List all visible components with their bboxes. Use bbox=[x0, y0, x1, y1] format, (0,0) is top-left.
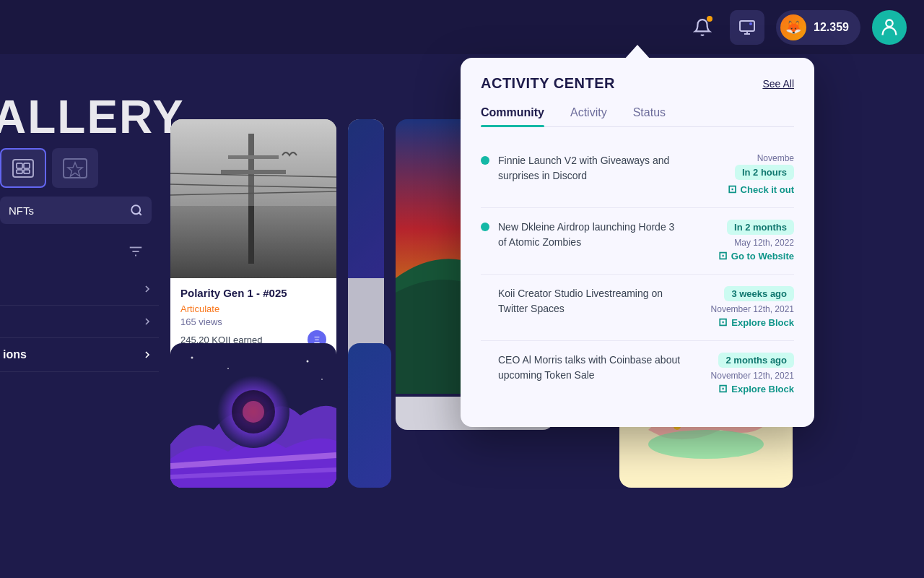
sidebar-item-2[interactable] bbox=[0, 306, 159, 338]
chevron-right-icon-2 bbox=[141, 316, 153, 327]
activity-text-1: Finnie Launch V2 with Giveaways and surp… bbox=[498, 153, 684, 184]
gallery-grid-icon bbox=[12, 158, 35, 178]
token-avatar: 🦊 bbox=[780, 14, 806, 40]
token-amount: 12.359 bbox=[814, 21, 849, 34]
card-1-creator: Articulate bbox=[180, 303, 326, 314]
activity-item-2: New Dkleine Airdrop launching Horde 3 of… bbox=[481, 208, 794, 275]
gallery-view-button[interactable] bbox=[0, 148, 46, 188]
panel-title: ACTIVITY CENTER bbox=[481, 75, 615, 92]
galaxy-card-image bbox=[170, 343, 336, 488]
message-icon bbox=[738, 19, 756, 36]
activity-center-panel: ACTIVITY CENTER See All Community Activi… bbox=[461, 58, 814, 427]
svg-rect-6 bbox=[17, 170, 22, 173]
card-1-title: Polarity Gen 1 - #025 bbox=[180, 287, 326, 299]
svg-marker-9 bbox=[68, 163, 82, 176]
date-4: November 12th, 2021 bbox=[693, 371, 794, 381]
search-icon bbox=[130, 204, 143, 217]
svg-point-30 bbox=[227, 368, 229, 369]
nft-card-bottom-2[interactable] bbox=[348, 343, 391, 488]
filter-button[interactable] bbox=[120, 236, 152, 267]
activity-dot-2 bbox=[481, 223, 489, 231]
header: 🦊 12.359 bbox=[0, 0, 924, 54]
activity-meta-3: 3 weeks ago November 12th, 2021 ⊡ Explor… bbox=[693, 286, 794, 329]
chevron-right-icon-3 bbox=[141, 349, 153, 361]
activity-item-1: Finnie Launch V2 with Giveaways and surp… bbox=[481, 142, 794, 208]
panel-header: ACTIVITY CENTER See All bbox=[481, 75, 794, 92]
sidebar-item-ions[interactable]: ions bbox=[0, 338, 159, 372]
tab-status[interactable]: Status bbox=[633, 106, 666, 126]
card-1-image bbox=[170, 119, 336, 278]
block-icon-2: ⊡ bbox=[718, 249, 728, 262]
svg-rect-4 bbox=[17, 163, 22, 168]
activity-text-2: New Dkleine Airdrop launching Horde 3 of… bbox=[498, 220, 684, 250]
svg-point-28 bbox=[243, 401, 264, 423]
action-link-4[interactable]: ⊡ Explore Block bbox=[693, 382, 794, 395]
action-link-3[interactable]: ⊡ Explore Block bbox=[693, 316, 794, 329]
activity-item-4: CEO Al Morris talks with Coinbase about … bbox=[481, 341, 794, 407]
svg-point-1 bbox=[749, 22, 752, 25]
activity-text-4: CEO Al Morris talks with Coinbase about … bbox=[498, 353, 684, 383]
favorites-view-button[interactable] bbox=[52, 148, 98, 188]
tab-community[interactable]: Community bbox=[481, 106, 544, 126]
svg-rect-7 bbox=[24, 170, 30, 173]
action-link-1[interactable]: ⊡ Check it out bbox=[693, 183, 794, 196]
svg-point-29 bbox=[191, 357, 193, 359]
svg-rect-22 bbox=[170, 119, 336, 206]
sidebar: NFTs ions bbox=[0, 54, 159, 578]
sidebar-item-1[interactable] bbox=[0, 273, 159, 306]
svg-rect-3 bbox=[13, 160, 33, 177]
nft-card-bottom-1[interactable] bbox=[170, 343, 336, 488]
action-link-2[interactable]: ⊡ Go to Website bbox=[693, 249, 794, 262]
notification-dot bbox=[707, 16, 712, 22]
notifications-button[interactable] bbox=[687, 12, 718, 43]
activity-dot-1 bbox=[481, 156, 489, 165]
svg-rect-0 bbox=[740, 21, 754, 31]
svg-point-2 bbox=[886, 20, 892, 26]
time-badge-2: In 2 months bbox=[727, 220, 794, 235]
time-badge-4: 2 months ago bbox=[718, 353, 794, 368]
chevron-right-icon bbox=[141, 283, 153, 295]
svg-point-32 bbox=[321, 379, 323, 380]
activity-text-3: Koii Creator Studio Livestreaming on Twi… bbox=[498, 286, 684, 316]
sidebar-item-ions-label: ions bbox=[3, 348, 27, 361]
tab-activity[interactable]: Activity bbox=[570, 106, 607, 126]
filter-icon bbox=[128, 243, 144, 259]
activity-meta-4: 2 months ago November 12th, 2021 ⊡ Explo… bbox=[693, 353, 794, 395]
activity-dot-4 bbox=[481, 355, 489, 364]
favorites-icon bbox=[62, 158, 88, 179]
block-icon-1: ⊡ bbox=[728, 183, 737, 196]
messages-button[interactable] bbox=[730, 10, 764, 45]
svg-point-37 bbox=[648, 430, 764, 459]
svg-rect-5 bbox=[24, 163, 30, 168]
date-1: Novembe bbox=[693, 153, 794, 163]
block-icon-4: ⊡ bbox=[718, 382, 728, 395]
profile-button[interactable] bbox=[872, 10, 907, 45]
see-all-link[interactable]: See All bbox=[762, 78, 794, 90]
activity-meta-1: Novembe In 2 hours ⊡ Check it out bbox=[693, 153, 794, 196]
token-balance-button[interactable]: 🦊 12.359 bbox=[776, 10, 860, 45]
profile-icon bbox=[879, 17, 899, 38]
activity-dot-3 bbox=[481, 289, 489, 298]
panel-tabs: Community Activity Status bbox=[481, 106, 794, 127]
search-text: NFTs bbox=[9, 204, 124, 217]
card-1-views: 165 views bbox=[180, 316, 326, 327]
date-3: November 12th, 2021 bbox=[693, 304, 794, 314]
block-icon-3: ⊡ bbox=[718, 316, 728, 329]
search-bar[interactable]: NFTs bbox=[0, 197, 152, 224]
time-badge-3: 3 weeks ago bbox=[724, 286, 794, 301]
svg-point-10 bbox=[131, 205, 140, 214]
time-badge-1: In 2 hours bbox=[735, 165, 794, 180]
activity-item-3: Koii Creator Studio Livestreaming on Twi… bbox=[481, 275, 794, 341]
activity-meta-2: In 2 months May 12th, 2022 ⊡ Go to Websi… bbox=[693, 220, 794, 262]
date-2: May 12th, 2022 bbox=[693, 238, 794, 248]
svg-point-31 bbox=[307, 361, 309, 363]
